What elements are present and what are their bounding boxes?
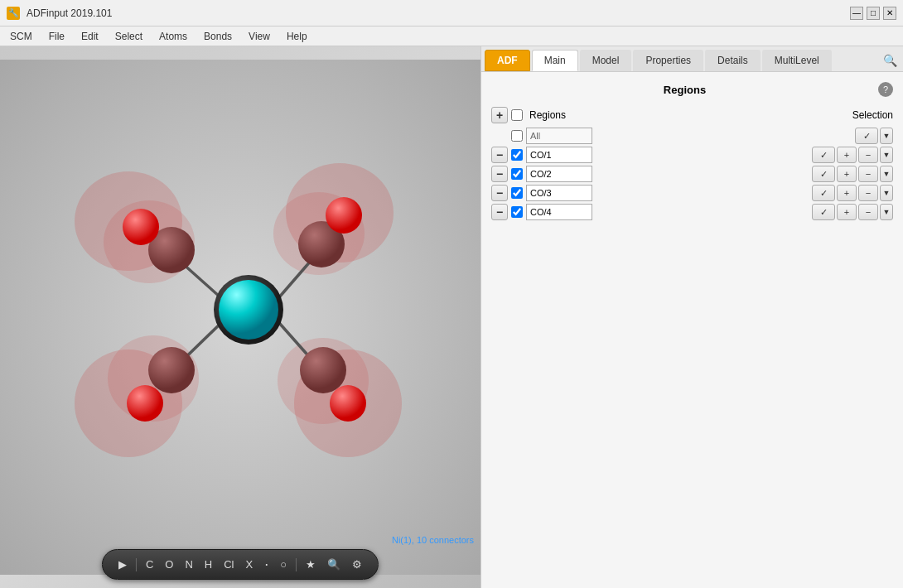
toolbar-settings[interactable]: ⚙: [350, 557, 365, 572]
close-button[interactable]: ✕: [883, 7, 896, 20]
co1-checkbox[interactable]: [511, 149, 523, 161]
all-region-row: ✓ ▼: [491, 128, 893, 144]
region-row-co4: − ✓ + − ▼: [491, 204, 893, 220]
svg-point-20: [127, 385, 163, 422]
menu-edit[interactable]: Edit: [75, 29, 105, 44]
co2-minus-btn[interactable]: −: [858, 166, 878, 182]
toolbar-N[interactable]: N: [182, 557, 195, 572]
co4-dropdown[interactable]: ▼: [880, 204, 893, 220]
co4-minus-btn[interactable]: −: [858, 204, 878, 220]
co2-dropdown[interactable]: ▼: [880, 166, 893, 182]
co3-dropdown[interactable]: ▼: [880, 185, 893, 201]
viewer-toolbar: ▶ C O N H Cl X · ○ ★ 🔍 ⚙: [102, 549, 379, 580]
co3-input[interactable]: [526, 185, 592, 201]
tab-multilevel[interactable]: MultiLevel: [762, 50, 832, 71]
menu-scm[interactable]: SCM: [3, 29, 39, 44]
title-bar: 🔧 ADFinput 2019.101 — □ ✕: [0, 0, 903, 27]
menu-bonds[interactable]: Bonds: [197, 29, 239, 44]
co2-check-btn[interactable]: ✓: [812, 166, 835, 182]
add-region-button[interactable]: +: [491, 107, 508, 123]
co4-input[interactable]: [526, 204, 592, 220]
co1-minus-btn[interactable]: −: [858, 147, 878, 163]
molecule-viewer[interactable]: Ni(1), 10 connectors ▶ C O N H Cl X · ○ …: [0, 46, 480, 588]
all-selection-check[interactable]: ✓: [855, 128, 878, 144]
co3-minus-btn[interactable]: −: [858, 185, 878, 201]
toolbar-Cl[interactable]: Cl: [221, 557, 236, 572]
viewer-status: Ni(1), 10 connectors: [392, 535, 474, 545]
tab-details[interactable]: Details: [705, 50, 761, 71]
co2-input[interactable]: [526, 166, 592, 182]
tab-model[interactable]: Model: [580, 50, 632, 71]
app-icon: 🔧: [7, 7, 20, 20]
co3-check-btn[interactable]: ✓: [812, 185, 835, 201]
co2-checkbox[interactable]: [511, 168, 523, 180]
all-region-checkbox[interactable]: [511, 130, 523, 142]
main-content: Ni(1), 10 connectors ▶ C O N H Cl X · ○ …: [0, 46, 903, 588]
svg-point-14: [300, 347, 346, 393]
region-row-co2: − ✓ + − ▼: [491, 166, 893, 182]
right-panel: ADF Main Model Properties Details MultiL…: [480, 46, 903, 588]
maximize-button[interactable]: □: [867, 7, 880, 20]
svg-point-15: [330, 385, 366, 422]
toolbar-cursor[interactable]: ▶: [116, 557, 129, 572]
regions-all-checkbox[interactable]: [511, 109, 523, 121]
menu-bar: SCM File Edit Select Atoms Bonds View He…: [0, 27, 903, 46]
selection-header-label: Selection: [852, 109, 893, 121]
toolbar-search[interactable]: 🔍: [325, 557, 343, 572]
co4-check-btn[interactable]: ✓: [812, 204, 835, 220]
remove-co2-button[interactable]: −: [491, 166, 508, 182]
toolbar-dot[interactable]: ·: [262, 554, 271, 575]
all-selection-dropdown[interactable]: ▼: [880, 128, 893, 144]
window-controls: — □ ✕: [850, 7, 896, 20]
panel-title-row: Regions ?: [491, 82, 893, 97]
app-title: ADFinput 2019.101: [27, 7, 112, 19]
regions-header-row: + Regions Selection: [491, 107, 893, 123]
toolbar-X[interactable]: X: [244, 557, 256, 572]
regions-table: + Regions Selection: [491, 107, 893, 220]
menu-help[interactable]: Help: [280, 29, 314, 44]
tab-bar: ADF Main Model Properties Details MultiL…: [481, 46, 903, 72]
tab-properties[interactable]: Properties: [633, 50, 703, 71]
co4-plus-btn[interactable]: +: [837, 204, 857, 220]
toolbar-H[interactable]: H: [202, 557, 215, 572]
menu-file[interactable]: File: [42, 29, 71, 44]
co1-check-btn[interactable]: ✓: [812, 147, 835, 163]
toolbar-star[interactable]: ★: [303, 557, 318, 572]
tab-main[interactable]: Main: [532, 50, 578, 71]
region-row-co3: − ✓ + − ▼: [491, 185, 893, 201]
remove-co3-button[interactable]: −: [491, 185, 508, 201]
remove-co4-button[interactable]: −: [491, 204, 508, 220]
co3-checkbox[interactable]: [511, 187, 523, 199]
region-row-co1: − ✓ + − ▼: [491, 147, 893, 163]
svg-point-22: [219, 280, 278, 340]
tab-adf[interactable]: ADF: [485, 50, 530, 71]
minimize-button[interactable]: —: [850, 7, 863, 20]
toolbar-O[interactable]: O: [162, 557, 176, 572]
regions-label: Regions: [529, 109, 566, 121]
panel-title: Regions: [491, 84, 878, 96]
menu-view[interactable]: View: [242, 29, 277, 44]
co2-plus-btn[interactable]: +: [837, 166, 857, 182]
svg-point-5: [326, 197, 362, 234]
menu-atoms[interactable]: Atoms: [152, 29, 194, 44]
search-icon[interactable]: 🔍: [880, 51, 900, 70]
co1-plus-btn[interactable]: +: [837, 147, 857, 163]
all-region-input[interactable]: [526, 128, 592, 144]
menu-select[interactable]: Select: [109, 29, 149, 44]
remove-co1-button[interactable]: −: [491, 147, 508, 163]
co1-input[interactable]: [526, 147, 592, 163]
panel-content: Regions ? + Regions Selection: [481, 72, 903, 588]
svg-point-19: [148, 347, 195, 393]
svg-point-10: [123, 209, 159, 245]
co1-dropdown[interactable]: ▼: [880, 147, 893, 163]
co3-plus-btn[interactable]: +: [837, 185, 857, 201]
help-button[interactable]: ?: [878, 82, 893, 97]
toolbar-ring[interactable]: ○: [278, 557, 289, 572]
toolbar-C[interactable]: C: [143, 557, 156, 572]
co4-checkbox[interactable]: [511, 206, 523, 218]
